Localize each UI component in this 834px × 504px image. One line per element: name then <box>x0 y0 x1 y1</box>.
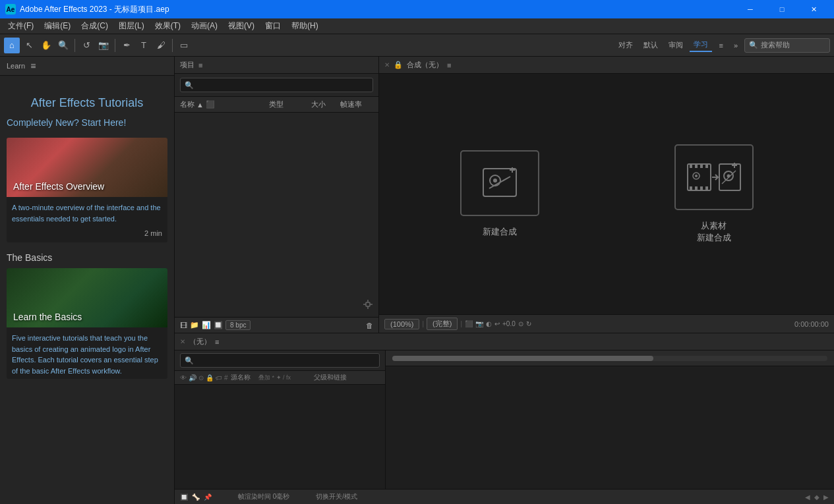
col-size: 大小 <box>311 99 338 109</box>
brush-tool[interactable]: 🖌 <box>153 38 169 53</box>
learn-content: After Effects Tutorials Completely New? … <box>0 76 174 395</box>
tl-foot-icon2[interactable]: 🦴 <box>192 493 200 501</box>
window-controls: ─ □ ✕ <box>735 0 829 18</box>
project-panel-menu-icon[interactable]: ≡ <box>198 61 202 69</box>
select-tool[interactable]: ↖ <box>21 38 37 53</box>
sort-icon: ▲ <box>196 101 204 109</box>
menu-effect[interactable]: 效果(T) <box>150 19 186 33</box>
close-button[interactable]: ✕ <box>798 0 829 18</box>
comp-panel-header: ✕ 🔒 合成（无） ≡ <box>379 57 834 74</box>
menu-help[interactable]: 帮助(H) <box>286 19 324 33</box>
basics-section-title: The Basics <box>7 252 167 263</box>
search-placeholder: 搜索帮助 <box>761 40 790 50</box>
project-footer: 🎞 📁 📊 🔲 8 bpc 🗑 <box>175 317 378 333</box>
tl-eye-icon: 👁 <box>180 374 187 381</box>
tb-icon1[interactable]: ⬛ <box>465 320 473 327</box>
project-columns: 名称 ▲ ⬛ 类型 大小 帧速率 <box>175 97 378 113</box>
svg-point-8 <box>493 179 497 182</box>
workspace-align[interactable]: 对齐 <box>614 39 637 51</box>
workspace-learn[interactable]: 学习 <box>690 38 712 52</box>
sep3 <box>172 39 173 52</box>
comp-close-icon[interactable]: ✕ <box>384 61 390 69</box>
network-icon <box>363 299 373 312</box>
basics-card[interactable]: Learn the Basics Five interactive tutori… <box>7 268 167 379</box>
zoom-level[interactable]: (100%) <box>384 319 419 329</box>
delete-icon[interactable]: 🗑 <box>366 322 373 329</box>
tl-play-icon[interactable]: ▶ <box>823 493 829 501</box>
overview-card-duration: 2 min <box>7 227 167 242</box>
menu-file[interactable]: 文件(F) <box>3 19 39 33</box>
minimize-button[interactable]: ─ <box>735 0 765 18</box>
menu-composition[interactable]: 合成(C) <box>76 19 113 33</box>
resolution[interactable]: (完整) <box>427 318 458 330</box>
timeline-body: 🔍 👁 🔊 ⊙ 🔒 🏷 # 源名称 叠加 * ✦ / <box>175 350 834 489</box>
solid-icon: 🔲 <box>214 321 223 329</box>
maximize-button[interactable]: □ <box>767 0 797 18</box>
tb-icon3[interactable]: ◐ <box>486 320 492 327</box>
project-search-box[interactable]: 🔍 <box>180 78 373 92</box>
menu-edit[interactable]: 编辑(E) <box>39 19 76 33</box>
tb-icon6[interactable]: ⊙ <box>518 320 523 327</box>
comp-panel-menu-icon[interactable]: ≡ <box>447 61 451 69</box>
workspace-review[interactable]: 审阅 <box>665 39 687 51</box>
new-comp-icon-box <box>460 150 539 216</box>
footage-icon: 🎞 <box>180 322 187 329</box>
project-content <box>175 113 378 317</box>
hand-tool[interactable]: ✋ <box>38 38 54 53</box>
timeline-scrollbar-thumb <box>392 356 653 361</box>
zoom-tool[interactable]: 🔍 <box>55 38 71 53</box>
tb-icon4[interactable]: ↩ <box>494 320 500 327</box>
timeline-menu-icon[interactable]: ≡ <box>215 338 219 346</box>
workspace-default[interactable]: 默认 <box>640 39 662 51</box>
menu-view[interactable]: 视图(V) <box>223 19 260 33</box>
workspace-expand[interactable]: ≡ <box>715 40 727 51</box>
workspace-more[interactable]: » <box>730 40 742 51</box>
timeline-tracks-right <box>386 366 834 489</box>
tl-graph-icon[interactable]: ◀ <box>805 493 810 501</box>
timeline-close-icon[interactable]: ✕ <box>180 338 185 345</box>
main-layout: Learn ≡ After Effects Tutorials Complete… <box>0 57 834 504</box>
tb-icon7[interactable]: ↻ <box>526 320 531 327</box>
menu-layer[interactable]: 图层(L) <box>113 19 150 33</box>
tl-foot-icon1[interactable]: 🔲 <box>180 493 188 501</box>
project-panel: 项目 ≡ 🔍 名称 ▲ ⬛ 类型 大小 帧速率 <box>175 57 379 333</box>
tb-icon2[interactable]: 📷 <box>475 320 483 327</box>
col-name: 名称 ▲ ⬛ <box>180 99 266 109</box>
overview-card[interactable]: After Effects Overview A two-minute over… <box>7 138 167 242</box>
svg-rect-15 <box>705 164 708 168</box>
timeline-columns: 👁 🔊 ⊙ 🔒 🏷 # 源名称 叠加 * ✦ / fx 父级和链接 <box>175 371 385 385</box>
pen-tool[interactable]: ✒ <box>119 38 134 53</box>
new-comp-action[interactable]: 新建合成 <box>434 150 566 238</box>
tl-blend-col: 叠加 * ✦ / fx <box>258 374 311 382</box>
tl-label-icon: 🏷 <box>216 374 222 381</box>
menu-window[interactable]: 窗口 <box>260 19 286 33</box>
tl-audio-icon: 🔊 <box>189 374 196 381</box>
project-panel-title: 项目 <box>180 60 194 70</box>
rotate-tool[interactable]: ↺ <box>78 38 94 53</box>
text-tool[interactable]: T <box>136 38 152 53</box>
comp-from-footage-action[interactable]: 从素材 新建合成 <box>648 144 780 244</box>
learn-panel-menu-icon[interactable]: ≡ <box>30 61 36 71</box>
help-search[interactable]: 🔍 搜索帮助 <box>744 38 830 53</box>
timeline-tracks-left <box>175 385 385 489</box>
bit-depth-label[interactable]: 8 bpc <box>225 320 251 330</box>
overview-card-desc: A two-minute overview of the interface a… <box>7 197 167 227</box>
timeline-search-box[interactable]: 🔍 <box>180 353 380 368</box>
tl-keyframe-icon[interactable]: ◆ <box>814 493 819 501</box>
camera-tool[interactable]: 📷 <box>96 38 111 53</box>
timeline-scrollbar[interactable] <box>392 356 827 361</box>
svg-rect-23 <box>719 164 740 190</box>
svg-rect-0 <box>366 302 370 306</box>
home-tool[interactable]: ⌂ <box>4 38 20 53</box>
tb-icons: ⬛ 📷 ◐ ↩ +0.0 ⊙ ↻ <box>465 320 531 327</box>
shape-tool[interactable]: ▭ <box>176 38 192 53</box>
tb-icon5[interactable]: +0.0 <box>502 320 516 327</box>
timeline-search-area: 🔍 <box>175 350 385 371</box>
svg-rect-18 <box>700 186 703 190</box>
tl-foot-icon3[interactable]: 📌 <box>204 493 212 501</box>
tl-parent-col: 父级和链接 <box>314 373 380 382</box>
tl-source-col: 源名称 <box>231 373 256 382</box>
svg-point-21 <box>695 175 698 177</box>
timeline-right <box>386 350 834 489</box>
menu-animation[interactable]: 动画(A) <box>186 19 223 33</box>
